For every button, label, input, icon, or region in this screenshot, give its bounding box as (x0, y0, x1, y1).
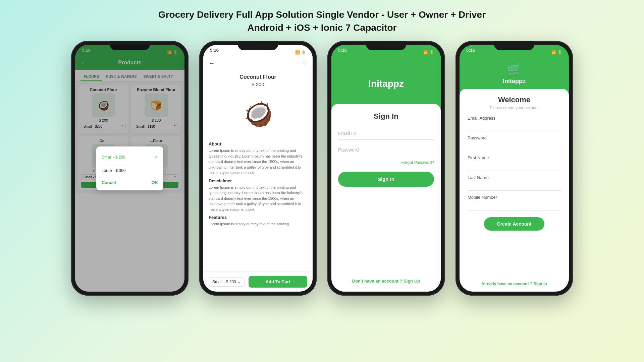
create-email-input[interactable] (468, 122, 561, 131)
modal-option-small[interactable]: Small - $ 200 ✓ (102, 152, 158, 163)
modal-option-large[interactable]: Large - $ 360 (102, 166, 158, 176)
status-time-3: 5:16 (338, 48, 347, 57)
create-first-name-input[interactable] (468, 162, 561, 171)
modal-divider (102, 164, 158, 164)
about-title: About (209, 141, 307, 146)
logo-emoji: 🛒 (507, 62, 522, 76)
signup-link-text[interactable]: Sign Up (404, 279, 420, 284)
signin-title: Sign In (338, 112, 434, 121)
phone-inner-2: 5:16 📶 🔋 ← ♡ Coconut Flour $ 200 🥥 About… (203, 45, 313, 292)
disclaimer-title: Desclaimer (209, 178, 307, 183)
create-mobile-input[interactable] (468, 201, 561, 210)
phones-container: 5:16 📶 🔋 ← Products FLOURS RUSK & WAFERS… (71, 41, 573, 296)
forgot-password-link[interactable]: Forgot Password? (338, 160, 434, 165)
signin-link-text[interactable]: Sign In (534, 282, 547, 286)
checkmark-icon: ✓ (154, 155, 158, 160)
heart-icon[interactable]: ♡ (302, 60, 307, 67)
size-modal-overlay: Small - $ 200 ✓ Large - $ 360 Cancel OK (75, 45, 184, 292)
status-icons-4: 📶 🔋 (551, 48, 562, 57)
product-bottom-bar: Small - $ 200 ⌄ Add To Cart (203, 272, 313, 292)
features-text: Lorem Ipsum is simply dummy text of the … (209, 221, 307, 227)
add-to-cart-btn[interactable]: Add To Cart (249, 276, 307, 288)
phone-products: 5:16 📶 🔋 ← Products FLOURS RUSK & WAFERS… (71, 41, 189, 296)
email-label: Email Address (468, 116, 561, 121)
create-account-outer: 5:16 📶 🔋 🛒 Initappz Welcome Please creat… (460, 45, 569, 292)
email-id-input[interactable] (338, 127, 434, 140)
phone-notch-2 (238, 41, 278, 50)
already-account-area: Already have an account ? Sign In (460, 282, 569, 286)
create-white-card: Welcome Please create your account Email… (460, 89, 569, 292)
size-modal-box: Small - $ 200 ✓ Large - $ 360 Cancel OK (96, 146, 163, 190)
modal-actions: Cancel OK (102, 180, 158, 185)
logo-name: Initappz (503, 78, 526, 85)
back-arrow-2[interactable]: ← (209, 60, 215, 67)
features-title: Features (209, 215, 307, 220)
status-time-4: 5:16 (466, 48, 475, 57)
password-input[interactable] (338, 144, 434, 156)
logo-area: 🛒 Initappz (460, 57, 569, 89)
mobile-label: Mobile Number (468, 195, 561, 200)
modal-ok-btn[interactable]: OK (152, 180, 158, 185)
status-time-2: 5:16 (210, 48, 219, 57)
status-icons-3: 📶 🔋 (423, 48, 434, 57)
app-name-signin: Initappz (368, 78, 404, 89)
signin-button[interactable]: Sign In (338, 172, 434, 187)
size-select-bottom[interactable]: Small - $ 200 ⌄ (209, 277, 245, 287)
modal-cancel-btn[interactable]: Cancel (102, 180, 116, 185)
welcome-subtitle: Please create your account (468, 106, 561, 110)
status-icons-2: 📶 🔋 (295, 48, 306, 57)
phone-product-detail: 5:16 📶 🔋 ← ♡ Coconut Flour $ 200 🥥 About… (199, 41, 317, 296)
first-name-label: First Name (468, 155, 561, 160)
product-img-detail: 🥥 (234, 90, 281, 137)
product-title-detail: Coconut Flour (209, 74, 307, 80)
signup-link-area: Don't have an account ? Sign Up (331, 279, 441, 284)
phone-create-account: 5:16 📶 🔋 🛒 Initappz Welcome Please creat… (455, 41, 573, 296)
page-title: Grocery Delivery Full App Solution Singl… (158, 8, 486, 34)
phone-inner-4: 5:16 📶 🔋 🛒 Initappz Welcome Please creat… (460, 45, 569, 292)
phone-inner-3: 5:16 📶 🔋 Initappz Sign In Forgot Passwor… (331, 45, 441, 292)
modal-divider-2 (102, 177, 158, 177)
product-price-detail: $ 200 (209, 81, 307, 87)
last-name-label: Last Name (468, 175, 561, 180)
welcome-title: Welcome (468, 96, 561, 104)
password-label: Password (468, 135, 561, 140)
phone-notch-3 (366, 41, 406, 50)
phone-signin: 5:16 📶 🔋 Initappz Sign In Forgot Passwor… (327, 41, 445, 296)
create-last-name-input[interactable] (468, 181, 561, 191)
phone-notch-4 (494, 41, 534, 50)
create-password-input[interactable] (468, 142, 561, 151)
about-text: Lorem Ipsum is simply dummy text of the … (209, 148, 307, 176)
create-account-button[interactable]: Create Account (484, 217, 544, 231)
phone-inner-1: 5:16 📶 🔋 ← Products FLOURS RUSK & WAFERS… (75, 45, 184, 292)
disclaimer-text: Lorem Ipsum is simply dummy text of the … (209, 185, 307, 213)
